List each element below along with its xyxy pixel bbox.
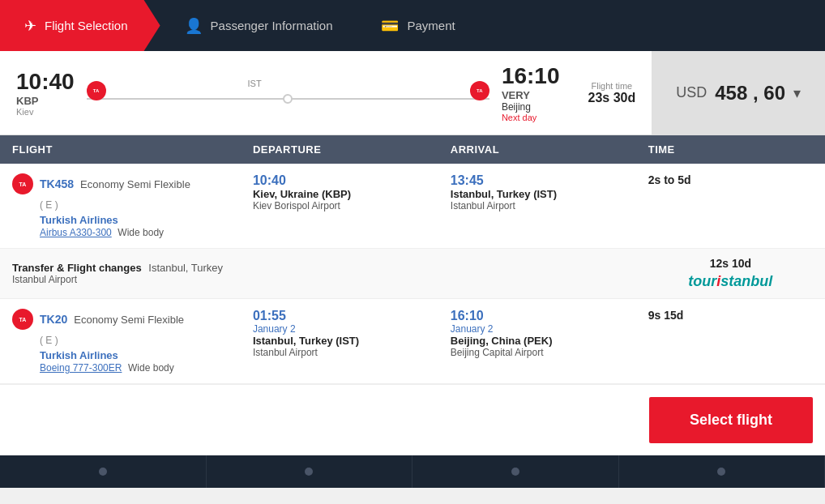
arr-time: 16:10 [502,63,560,89]
aircraft-type-tk20: Wide body [128,362,174,374]
duration-cell-2: 9s 15d [636,299,825,384]
arr-time-tk458: 13:45 [451,173,624,188]
flights-table-container: FLIGHT DEPARTURE ARRIVAL TIME TA TK458 E… [0,135,825,384]
transfer-info-cell: Transfer & Flight changes Istanbul, Turk… [0,249,636,299]
dep-location-tk20: Istanbul, Turkey (IST) [253,335,426,347]
payment-icon: 💳 [381,17,399,35]
col-header-arrival: ARRIVAL [438,135,636,164]
flight-time-label: Flight time [588,81,636,91]
arrival-info: 16:10 VERY Beijing Next day [502,63,560,122]
arr-airport-tk20: Beijing Capital Airport [451,347,624,358]
transfer-title: Transfer & Flight changes [12,262,142,274]
transfer-duration: 12s 10d [648,257,813,270]
transfer-location: Istanbul, Turkey [148,262,223,274]
summary-content: 10:40 KBP Kiev IST TA TA 16:10 VERY [0,51,652,135]
transfer-sub: Istanbul Airport [12,274,624,285]
arr-location-tk458: Istanbul, Turkey (IST) [451,188,624,200]
bottom-nav-dot-2 [305,468,313,476]
departure-info: 10:40 KBP Kiev [16,69,75,117]
departure-cell-1: 10:40 Kiev, Ukraine (KBP) Kiev Borispol … [241,164,438,249]
airline-logo-left: TA [87,81,106,100]
arrival-cell-2: 16:10 January 2 Beijing, China (PEK) Bei… [438,299,636,384]
select-flight-row: Select flight [0,384,825,455]
flight-cell-1: TA TK458 Economy Semi Flexible ( E ) Tur… [0,164,241,249]
flight-number-tk458: TK458 [40,177,74,190]
col-header-departure: DEPARTURE [241,135,438,164]
touristanbul-logo: touristanbul [648,273,813,290]
transfer-row: Transfer & Flight changes Istanbul, Turk… [0,249,825,299]
bottom-nav-item-3[interactable] [412,455,619,488]
dep-airport-tk20: Istanbul Airport [253,347,426,358]
header: ✈ Flight Selection 👤 Passenger Informati… [0,0,825,51]
arrival-cell-1: 13:45 Istanbul, Turkey (IST) Istanbul Ai… [438,164,636,249]
flight-number-tk20: TK20 [40,313,67,326]
flight-row-tk458: TA TK458 Economy Semi Flexible ( E ) Tur… [0,164,825,249]
dep-code: KBP [16,95,75,107]
flight-line: TA TA [87,91,489,107]
dep-location-tk458: Kiev, Ukraine (KBP) [253,188,426,200]
person-icon: 👤 [185,17,203,35]
dep-time-tk458: 10:40 [253,173,426,188]
price-value: 458 , 60 [715,82,785,105]
bottom-nav-dot-3 [511,468,519,476]
flight-class-e-tk20: ( E ) [40,335,229,346]
dep-time-tk20: 01:55 [253,309,426,323]
bottom-nav-dot-4 [717,468,725,476]
flight-line-section: IST TA TA [87,79,489,107]
step-payment[interactable]: 💳 Payment [357,0,479,51]
flight-class-e-tk458: ( E ) [40,199,229,211]
arr-next-day: Next day [502,113,560,122]
flight-time-box: Flight time 23s 30d [588,81,636,105]
flight-class-tk458: Economy Semi Flexible [80,178,190,190]
table-header: FLIGHT DEPARTURE ARRIVAL TIME [0,135,825,164]
bottom-nav-item-2[interactable] [207,455,413,488]
flight-icon: ✈ [24,17,36,35]
arr-location-tk20: Beijing, China (PEK) [451,335,624,347]
select-flight-button[interactable]: Select flight [649,397,813,443]
dep-city: Kiev [16,107,75,117]
flights-table: FLIGHT DEPARTURE ARRIVAL TIME TA TK458 E… [0,135,825,384]
bottom-nav-dot-1 [99,468,107,476]
step3-label: Payment [407,19,455,32]
dep-airport-tk458: Kiev Borispol Airport [253,200,426,211]
price-currency: USD [676,84,707,101]
tk20-airline-logo: TA [12,309,33,330]
step1-label: Flight Selection [45,19,128,32]
dep-time: 10:40 [16,69,75,95]
duration-tk458: 2s to 5d [648,173,813,186]
aircraft-type-tk458: Wide body [118,227,164,238]
arr-time-tk20: 16:10 [451,309,624,323]
aircraft-link-tk458[interactable]: Airbus A330-300 [40,227,112,238]
step-passenger-info[interactable]: 👤 Passenger Information [160,0,357,51]
bottom-nav-item-1[interactable] [0,455,207,488]
arr-date-tk20: January 2 [451,323,624,335]
transfer-duration-cell: 12s 10d touristanbul [636,249,825,299]
flight-cell-2: TA TK20 Economy Semi Flexible ( E ) Turk… [0,299,241,384]
chevron-down-icon[interactable]: ▾ [793,84,801,102]
bottom-navigation [0,455,825,488]
flight-time-value: 23s 30d [588,91,636,105]
flight-summary: 10:40 KBP Kiev IST TA TA 16:10 VERY [0,51,825,135]
duration-cell-1: 2s to 5d [636,164,825,249]
arr-city: Beijing [502,101,560,113]
airline-name-tk458: Turkish Airlines [40,214,229,226]
arr-airport-tk458: Istanbul Airport [451,200,624,211]
airline-name-tk20: Turkish Airlines [40,349,229,361]
aircraft-link-tk20[interactable]: Boeing 777-300ER [40,362,122,374]
col-header-time: TIME [636,135,825,164]
bottom-nav-item-4[interactable] [619,455,826,488]
flight-row-tk20: TA TK20 Economy Semi Flexible ( E ) Turk… [0,299,825,384]
arr-rating: VERY [502,89,560,101]
dep-date-tk20: January 2 [253,323,426,335]
tk458-airline-logo: TA [12,173,33,194]
airline-logo-right: TA [470,81,489,100]
step2-label: Passenger Information [211,19,333,32]
col-header-flight: FLIGHT [0,135,241,164]
departure-cell-2: 01:55 January 2 Istanbul, Turkey (IST) I… [241,299,438,384]
duration-tk20: 9s 15d [648,309,813,322]
flight-class-tk20: Economy Semi Flexible [74,314,184,326]
price-box: USD 458 , 60 ▾ [652,51,825,135]
stop-label: IST [248,79,262,88]
step-flight-selection[interactable]: ✈ Flight Selection [0,0,160,51]
